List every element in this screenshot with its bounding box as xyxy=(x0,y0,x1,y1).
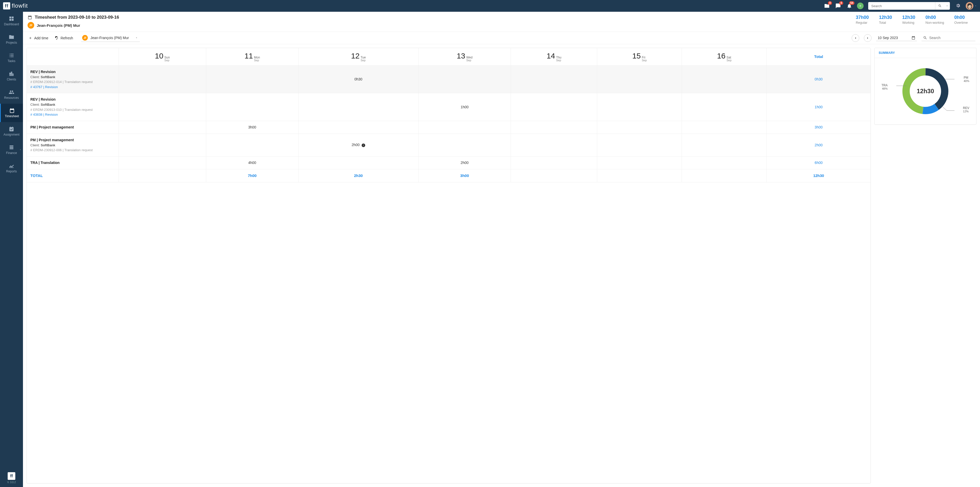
add-time-button[interactable]: Add time xyxy=(27,35,49,42)
header-stat: 12h30Working xyxy=(902,15,915,24)
time-cell[interactable] xyxy=(119,121,206,134)
row-total: 1h00 xyxy=(767,93,870,121)
global-search-input[interactable] xyxy=(868,4,935,8)
sidebar-item-label: Tasks xyxy=(8,59,16,63)
summary-title: SUMMARY xyxy=(875,48,976,58)
time-cell[interactable] xyxy=(511,93,597,121)
time-cell[interactable]: 2h00 xyxy=(418,156,511,169)
row-link[interactable]: # 43838 | Revision xyxy=(30,112,115,117)
sidebar-item-reports[interactable]: Reports xyxy=(0,159,23,177)
chat-icon[interactable]: 4 xyxy=(835,2,842,10)
time-cell[interactable] xyxy=(682,134,767,156)
version-icon: ff xyxy=(8,472,15,480)
table-row[interactable]: REV | RevisionClient: SoftBank# ERDM-230… xyxy=(27,93,870,121)
sidebar-item-resources[interactable]: Resources xyxy=(0,85,23,104)
time-cell[interactable] xyxy=(511,156,597,169)
time-cell[interactable] xyxy=(119,134,206,156)
time-cell[interactable] xyxy=(206,134,298,156)
time-cell[interactable] xyxy=(418,121,511,134)
info-icon[interactable]: i xyxy=(362,144,365,147)
day-column-header[interactable]: 15FriSep xyxy=(597,48,682,65)
next-week-button[interactable] xyxy=(864,34,872,42)
task-cell: REV | RevisionClient: SoftBank# ERDM-230… xyxy=(27,93,119,121)
timesheet-search-input[interactable] xyxy=(929,36,974,40)
time-cell[interactable] xyxy=(206,93,298,121)
user-avatar[interactable]: 👩🏻 xyxy=(966,2,974,10)
time-cell[interactable] xyxy=(511,65,597,93)
donut-label-pm: PM 40% xyxy=(964,76,969,83)
sidebar-item-finance[interactable]: Finance xyxy=(0,141,23,159)
calendar-icon xyxy=(912,36,915,40)
stat-value: 12h30 xyxy=(879,15,892,20)
day-column-header[interactable]: 12TueSep xyxy=(298,48,418,65)
time-cell[interactable] xyxy=(298,93,418,121)
time-cell[interactable] xyxy=(206,65,298,93)
time-cell[interactable] xyxy=(511,134,597,156)
date-picker[interactable]: 10 Sep 2023 xyxy=(876,35,917,41)
search-icon[interactable] xyxy=(935,2,944,10)
time-cell[interactable] xyxy=(682,65,767,93)
table-total-row: TOTAL7h002h303h0012h30 xyxy=(27,169,870,182)
bell-icon[interactable]: 54 xyxy=(846,2,853,10)
global-search[interactable] xyxy=(868,2,950,10)
sidebar-item-assignment[interactable]: Assignment xyxy=(0,122,23,141)
time-cell[interactable]: 1h00 xyxy=(418,93,511,121)
time-cell[interactable] xyxy=(597,134,682,156)
settings-icon[interactable] xyxy=(956,3,961,9)
timesheet-search[interactable] xyxy=(921,35,975,41)
day-column-header[interactable]: 16SatSep xyxy=(682,48,767,65)
user-menu-caret[interactable] xyxy=(974,4,977,8)
app-logo[interactable]: ff flowfit xyxy=(3,2,28,10)
time-cell[interactable] xyxy=(298,156,418,169)
day-column-header[interactable]: 10SunSep xyxy=(119,48,206,65)
sidebar-item-tasks[interactable]: Tasks xyxy=(0,48,23,67)
time-cell[interactable] xyxy=(418,65,511,93)
table-row[interactable]: TRA | Translation4h002h006h00 xyxy=(27,156,870,169)
sidebar-item-dashboard[interactable]: Dashboard xyxy=(0,12,23,30)
table-row[interactable]: PM | Project management3h003h00 xyxy=(27,121,870,134)
time-cell[interactable] xyxy=(597,121,682,134)
add-button[interactable] xyxy=(857,3,864,9)
row-client: Client: SoftBank xyxy=(30,102,115,107)
time-cell[interactable]: 2h00 i xyxy=(298,134,418,156)
time-cell[interactable]: 4h00 xyxy=(206,156,298,169)
time-cell[interactable] xyxy=(119,65,206,93)
badge-chat: 4 xyxy=(839,1,843,5)
row-client: Client: SoftBank xyxy=(30,75,115,80)
time-cell[interactable] xyxy=(682,156,767,169)
chevron-right-icon xyxy=(19,148,21,152)
time-cell[interactable] xyxy=(119,93,206,121)
prev-week-button[interactable] xyxy=(852,34,859,42)
time-cell[interactable] xyxy=(597,65,682,93)
notifications-folder-icon[interactable]: 0 xyxy=(823,2,830,10)
table-row[interactable]: REV | RevisionClient: SoftBank# ERDM-230… xyxy=(27,65,870,93)
time-cell[interactable] xyxy=(298,121,418,134)
sidebar-item-timesheet[interactable]: Timesheet xyxy=(0,104,23,122)
refresh-button[interactable]: Refresh xyxy=(54,35,74,42)
time-cell[interactable]: 3h00 xyxy=(206,121,298,134)
user-name: Jean-François (PM) Mur xyxy=(37,23,80,27)
row-link[interactable]: # 43767 | Revision xyxy=(30,85,115,89)
day-column-header[interactable]: 11MonSep xyxy=(206,48,298,65)
time-cell[interactable] xyxy=(511,121,597,134)
total-cell: 2h30 xyxy=(298,169,418,182)
sidebar-item-label: Dashboard xyxy=(4,22,19,26)
time-cell[interactable]: 0h30 xyxy=(298,65,418,93)
day-column-header[interactable]: 13WedSep xyxy=(418,48,511,65)
search-options-caret[interactable] xyxy=(944,5,950,7)
sidebar-item-clients[interactable]: Clients xyxy=(0,67,23,85)
time-cell[interactable] xyxy=(597,93,682,121)
row-total: 0h30 xyxy=(767,65,870,93)
badge-folder: 0 xyxy=(828,1,832,5)
time-cell[interactable] xyxy=(682,93,767,121)
time-cell[interactable] xyxy=(418,134,511,156)
sidebar-item-label: Assignment xyxy=(3,133,20,136)
table-row[interactable]: PM | Project managementClient: SoftBank#… xyxy=(27,134,870,156)
chevron-down-icon xyxy=(135,36,138,40)
time-cell[interactable] xyxy=(597,156,682,169)
time-cell[interactable] xyxy=(682,121,767,134)
day-column-header[interactable]: 14ThuSep xyxy=(511,48,597,65)
user-selector[interactable]: JF Jean-François (PM) Mur xyxy=(81,34,140,42)
sidebar-item-projects[interactable]: Projects xyxy=(0,30,23,48)
time-cell[interactable] xyxy=(119,156,206,169)
